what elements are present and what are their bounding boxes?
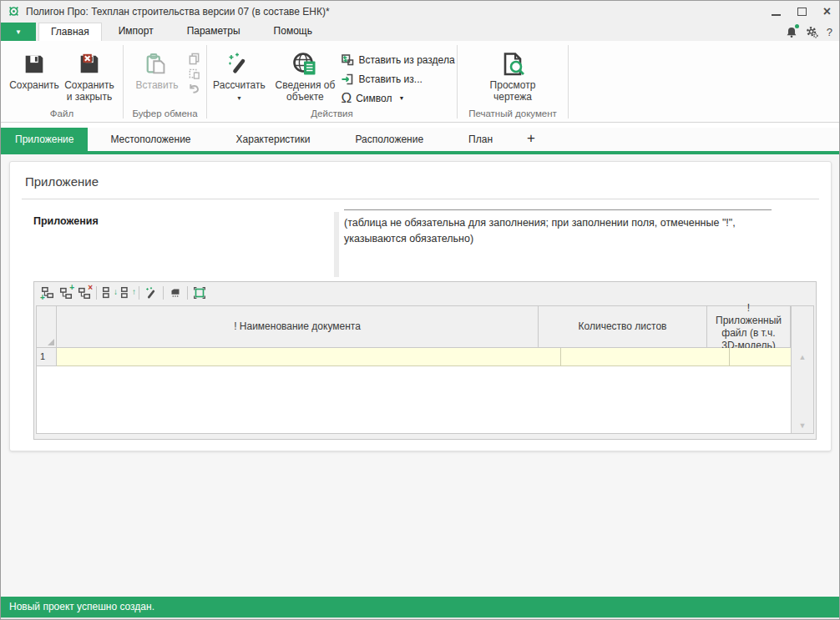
toolbar-separator <box>163 286 164 300</box>
document-tab-bar: Приложение Местоположение Характеристики… <box>1 128 839 151</box>
maximize-button[interactable] <box>797 8 807 16</box>
help-icon[interactable]: ? <box>827 26 832 38</box>
select-all-triangle <box>48 339 54 345</box>
title-bar: Полигон Про: Техплан строительства верси… <box>1 1 839 23</box>
app-logo-icon <box>8 5 20 18</box>
close-button[interactable]: × <box>823 5 831 18</box>
group-label-file: Файл <box>1 108 123 118</box>
add-tab-button[interactable]: + <box>515 128 547 151</box>
delete-badge: × <box>88 284 93 292</box>
autofill-wand-button[interactable] <box>142 284 160 302</box>
symbol-button[interactable]: Ω Символ ▼ <box>341 89 454 107</box>
ribbon-tab-bar: ▼ Главная Импорт Параметры Помощь <box>1 23 839 41</box>
toolbar-separator <box>139 286 139 300</box>
column-header-document-name[interactable]: ! Наименование документа <box>57 306 539 347</box>
select-all-cell[interactable] <box>37 306 57 347</box>
plus-badge: + <box>69 284 74 292</box>
row-number-cell[interactable]: 1 <box>37 348 57 366</box>
device-button[interactable] <box>166 284 185 302</box>
settings-gear-icon[interactable] <box>806 26 818 38</box>
omega-icon: Ω <box>341 92 352 105</box>
app-menu-button[interactable]: ▼ <box>1 23 36 41</box>
ribbon-group-file: Сохранить Сохранить и закрыть Файл <box>1 41 123 122</box>
scroll-down-arrow[interactable]: ▼ <box>792 421 813 430</box>
minimize-button[interactable] <box>772 14 781 16</box>
copy-icon[interactable] <box>188 53 200 65</box>
delete-row-button[interactable]: × <box>75 284 94 302</box>
prilozhenie-panel: Приложение Приложения (таблица не обязат… <box>9 161 832 451</box>
paste-icon <box>144 49 170 79</box>
ribbon-group-actions: Рассчитать ▼ Сведения об объекте <box>207 41 457 122</box>
ribbon-group-print: Просмотр чертежа Печатный документ <box>458 41 568 122</box>
tab-mestopolozhenie[interactable]: Местоположение <box>88 128 213 151</box>
paste-special-icon[interactable] <box>188 68 200 80</box>
cell-document-name[interactable] <box>57 348 561 366</box>
ribbon-tab-parameters[interactable]: Параметры <box>170 23 257 41</box>
toolbar-separator <box>187 286 188 300</box>
tab-kharakteristiki[interactable]: Характеристики <box>214 128 333 151</box>
ribbon-tab-help[interactable]: Помощь <box>257 23 329 41</box>
status-bar: Новый проект успешно создан. <box>1 597 839 617</box>
window-title: Полигон Про: Техплан строительства верси… <box>26 6 330 18</box>
ribbon-tab-import[interactable]: Импорт <box>102 23 170 41</box>
applications-table: + + × <box>33 281 817 440</box>
insert-from-icon <box>341 73 354 86</box>
table-scrollbar[interactable]: ▲ ▼ <box>791 306 813 433</box>
ribbon: Сохранить Сохранить и закрыть Файл <box>1 41 839 123</box>
insert-row-button[interactable]: + <box>57 284 75 302</box>
table-toolbar: + + × <box>34 282 816 304</box>
notification-dot <box>795 24 799 28</box>
tab-prilozhenie[interactable]: Приложение <box>1 128 88 151</box>
notifications-bell-icon[interactable] <box>786 26 797 38</box>
expand-table-button[interactable] <box>190 284 209 302</box>
status-message: Новый проект успешно создан. <box>9 601 154 612</box>
toolbar-separator <box>96 286 97 300</box>
object-info-icon <box>291 49 318 79</box>
page-title: Приложение <box>25 174 99 189</box>
table-header-row: ! Наименование документа Количество лист… <box>37 306 813 348</box>
tab-plan[interactable]: План <box>446 128 515 151</box>
save-close-icon <box>77 49 102 79</box>
insert-from-button[interactable]: Вставить из... <box>341 70 454 88</box>
magic-wand-icon <box>225 49 252 79</box>
symbol-dropdown-arrow: ▼ <box>398 95 404 101</box>
group-label-clipboard: Буфер обмена <box>124 108 206 118</box>
save-icon <box>22 49 47 79</box>
tab-raspolozhenie[interactable]: Расположение <box>333 128 447 151</box>
table-row: 1 <box>37 348 813 366</box>
field-divider-bar <box>334 212 339 277</box>
plus-badge: + <box>40 294 45 302</box>
insert-from-section-icon <box>341 53 354 67</box>
insert-from-section-button[interactable]: Вставить из раздела <box>341 51 454 68</box>
move-row-up-button[interactable]: ↑ <box>118 284 136 302</box>
ribbon-separator <box>568 45 569 118</box>
table-hint-text: (таблица не обязательна для заполнения; … <box>344 209 772 247</box>
column-header-attached-file[interactable]: ! Приложенный файл (в т.ч. 3D-модель) <box>707 306 791 347</box>
cell-sheet-count[interactable] <box>561 348 730 366</box>
heading-divider <box>22 199 819 199</box>
applications-field-label: Приложения <box>33 215 99 227</box>
column-header-sheet-count[interactable]: Количество листов <box>539 306 707 347</box>
up-badge: ↑ <box>132 288 136 296</box>
scroll-up-arrow[interactable]: ▲ <box>792 353 813 361</box>
table-grid: ! Наименование документа Количество лист… <box>36 305 814 434</box>
content-area: Приложение Приложения (таблица не обязат… <box>1 154 839 597</box>
window-bottom-edge <box>1 617 839 619</box>
group-label-actions: Действия <box>207 108 457 118</box>
ribbon-tab-home[interactable]: Главная <box>38 23 102 41</box>
calculate-dropdown-arrow: ▼ <box>236 93 242 104</box>
ribbon-group-clipboard: Вставить Буфер обме <box>124 41 206 122</box>
add-row-button[interactable]: + <box>38 284 57 302</box>
move-row-down-button[interactable]: ↓ <box>99 284 118 302</box>
undo-icon[interactable] <box>188 83 200 95</box>
app-window: { "window": { "title": "Полигон Про: Тех… <box>0 0 840 620</box>
group-label-print: Печатный документ <box>458 108 568 118</box>
drawing-preview-icon <box>499 49 526 79</box>
